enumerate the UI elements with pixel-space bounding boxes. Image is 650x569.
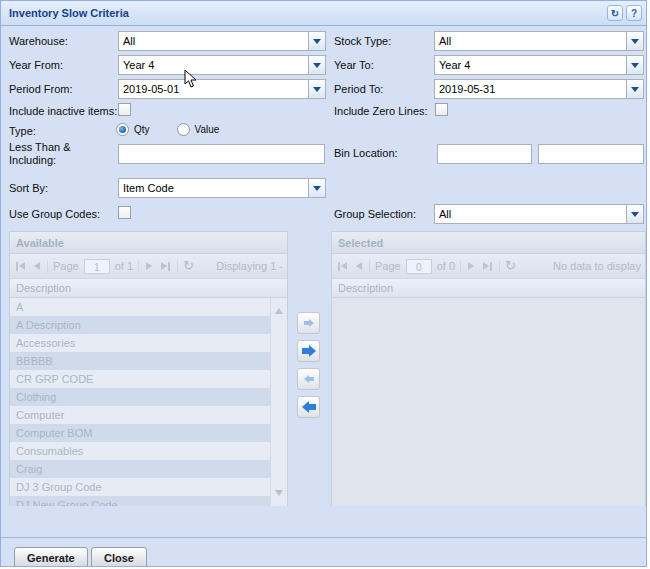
page-first-button[interactable] [336,260,349,273]
refresh-icon[interactable]: ↻ [607,5,623,21]
year-from-select[interactable]: Year 4 [118,55,326,75]
move-right-button[interactable] [297,312,320,334]
sort-by-value: Item Code [119,179,308,197]
period-from-label: Period From: [9,83,73,95]
selected-column-header[interactable]: Description [332,279,645,298]
include-zero-checkbox[interactable] [435,103,448,116]
page-first-button[interactable] [14,260,27,273]
group-selection-label: Group Selection: [334,208,416,220]
group-selection-value: All [435,205,626,223]
use-group-codes-checkbox[interactable] [118,206,131,219]
list-item[interactable]: Craig [10,460,270,478]
page-of-label: of 1 [115,260,133,272]
page-last-button[interactable] [159,260,172,273]
radio-qty-label: Qty [134,124,172,135]
page-next-button[interactable] [144,260,154,272]
period-to-select[interactable]: 2019-05-31 [434,79,644,99]
less-than-label: Less Than & Including: [9,141,109,167]
list-item[interactable]: Accessories [10,334,270,352]
list-item[interactable]: BBBBB [10,352,270,370]
radio-qty[interactable] [116,123,129,136]
include-zero-label: Include Zero Lines: [334,105,428,117]
year-to-select[interactable]: Year 4 [434,55,644,75]
stock-type-label: Stock Type: [334,35,391,47]
paging-status: Displaying 1 - [216,260,283,272]
available-panel: Available Page 1 of 1 ↻ Displaying 1 - D… [9,231,288,506]
bin-location-label: Bin Location: [334,147,398,159]
refresh-icon[interactable]: ↻ [505,260,516,272]
help-icon[interactable]: ? [626,5,642,21]
sort-by-label: Sort By: [9,182,48,194]
radio-value[interactable] [177,123,190,136]
refresh-icon[interactable]: ↻ [183,260,194,272]
list-item[interactable]: A Description [10,316,270,334]
page-next-button[interactable] [466,260,476,272]
available-grid: AA DescriptionAccessoriesBBBBBCR GRP COD… [10,298,287,506]
less-than-input[interactable] [118,144,325,164]
close-button[interactable]: Close [91,547,147,567]
available-column-header[interactable]: Description [10,279,287,298]
year-from-label: Year From: [9,59,63,71]
include-inactive-checkbox[interactable] [118,103,131,116]
list-item[interactable]: Computer [10,406,270,424]
page-number-input[interactable]: 1 [84,259,110,274]
page-label: Page [375,260,401,272]
scroll-down-icon[interactable] [275,490,283,500]
dialog-title: Inventory Slow Criteria [9,7,129,19]
use-group-codes-label: Use Group Codes: [9,208,100,220]
page-number-input[interactable]: 0 [406,259,432,274]
list-item[interactable]: DJ New Group Code [10,496,270,506]
period-from-value: 2019-05-01 [119,80,308,98]
mouse-cursor [184,69,197,89]
chevron-down-icon[interactable] [308,56,325,74]
available-paging-toolbar: Page 1 of 1 ↻ Displaying 1 - [10,254,287,279]
list-item[interactable]: Clothing [10,388,270,406]
list-item[interactable]: CR GRP CODE [10,370,270,388]
list-item[interactable]: Consumables [10,442,270,460]
period-to-value: 2019-05-31 [435,80,626,98]
selected-panel-title: Selected [332,232,645,254]
generate-button[interactable]: Generate [14,547,88,567]
move-all-left-button[interactable] [297,396,320,418]
inventory-slow-criteria-dialog: Inventory Slow Criteria ↻ ? Warehouse: A… [0,0,647,567]
page-prev-button[interactable] [354,260,364,272]
period-to-label: Period To: [334,83,383,95]
footer-divider [1,537,646,538]
chevron-down-icon[interactable] [308,179,325,197]
available-panel-title: Available [10,232,287,254]
year-to-label: Year To: [334,59,374,71]
paging-status: No data to display [553,260,641,272]
page-label: Page [53,260,79,272]
header-tools: ↻ ? [607,5,642,21]
title-bar: Inventory Slow Criteria ↻ ? [1,1,646,26]
page-last-button[interactable] [481,260,494,273]
sort-by-select[interactable]: Item Code [118,178,326,198]
scrollbar[interactable] [270,298,287,506]
selected-paging-toolbar: Page 0 of 0 ↻ No data to display [332,254,645,279]
warehouse-label: Warehouse: [9,35,68,47]
chevron-down-icon[interactable] [626,32,643,50]
move-left-button[interactable] [297,368,320,390]
chevron-down-icon[interactable] [308,32,325,50]
warehouse-select[interactable]: All [118,31,326,51]
chevron-down-icon[interactable] [626,205,643,223]
list-item[interactable]: Computer BOM [10,424,270,442]
bin-location-to-input[interactable] [538,144,644,164]
list-item[interactable]: A [10,298,270,316]
list-item[interactable]: DJ 3 Group Code [10,478,270,496]
scroll-up-icon[interactable] [275,304,283,314]
page-prev-button[interactable] [32,260,42,272]
chevron-down-icon[interactable] [308,80,325,98]
selected-panel: Selected Page 0 of 0 ↻ No data to displa… [331,231,646,506]
stock-type-select[interactable]: All [434,31,644,51]
group-selection-select[interactable]: All [434,204,644,224]
include-inactive-label: Include inactive items: [9,105,117,117]
chevron-down-icon[interactable] [626,80,643,98]
bin-location-from-input[interactable] [437,144,532,164]
chevron-down-icon[interactable] [626,56,643,74]
period-from-select[interactable]: 2019-05-01 [118,79,326,99]
type-label: Type: [9,125,36,137]
warehouse-value: All [119,32,308,50]
page-of-label: of 0 [437,260,455,272]
move-all-right-button[interactable] [297,340,320,362]
